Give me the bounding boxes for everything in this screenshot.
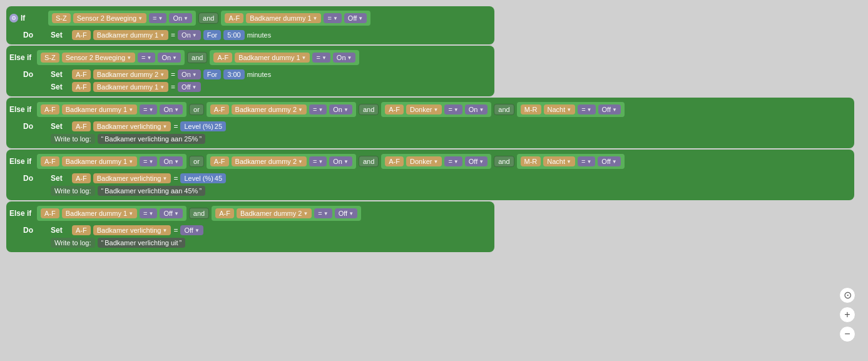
condition-bar-13: A-F Badkamer dummy 1 ▼ = ▼ Off ▼ — [37, 206, 186, 221]
do-label-4: Do — [23, 174, 48, 183]
zoom-in-button[interactable]: + — [839, 307, 855, 323]
cond11-eq[interactable]: = ▼ — [444, 156, 462, 166]
cond9-name[interactable]: Badkamer dummy 1 ▼ — [62, 156, 137, 166]
cond11-name[interactable]: Donker ▼ — [406, 156, 442, 166]
and-chip-5[interactable]: and — [359, 156, 379, 167]
cond11-val[interactable]: Off ▼ — [465, 156, 488, 166]
cond5-name[interactable]: Badkamer dummy 1 ▼ — [62, 104, 137, 114]
cond7-val[interactable]: On ▼ — [465, 104, 488, 114]
write-label-4: Write to log: — [51, 186, 95, 196]
cond13-val[interactable]: Off ▼ — [160, 208, 182, 218]
condition-bar-7: A-F Donker ▼ = ▼ On ▼ — [381, 102, 491, 117]
do4-name[interactable]: Badkamer verlichting ▼ — [93, 173, 171, 183]
log-msg-4[interactable]: “ Badkamer verlichting aan 45% ” — [98, 186, 206, 196]
else-if-label-5: Else if — [9, 209, 34, 218]
cond13-type: A-F — [41, 208, 59, 218]
cond12-val[interactable]: Off ▼ — [598, 156, 620, 166]
cond8-name[interactable]: Nacht ▼ — [544, 104, 576, 114]
zoom-reset-button[interactable]: ⊙ — [839, 287, 855, 303]
do2-name[interactable]: Badkamer dummy 2 ▼ — [93, 69, 168, 79]
or-chip-2[interactable]: or — [189, 156, 204, 167]
cond7-eq[interactable]: = ▼ — [444, 104, 462, 114]
do1-for[interactable]: 5:00 — [223, 30, 244, 40]
write-label-5: Write to log: — [51, 238, 95, 248]
cond13-eq[interactable]: = ▼ — [140, 208, 157, 218]
cond14-val[interactable]: Off ▼ — [335, 208, 357, 218]
cond6-val[interactable]: On ▼ — [329, 104, 352, 114]
do3-type: A-F — [72, 121, 91, 131]
and-chip-7[interactable]: and — [189, 208, 209, 219]
do3-name[interactable]: Badkamer verlichting ▼ — [93, 121, 171, 131]
cond10-name[interactable]: Badkamer dummy 2 ▼ — [232, 156, 307, 166]
and-chip-6[interactable]: and — [494, 156, 514, 167]
cond8-eq[interactable]: = ▼ — [578, 104, 595, 114]
condition-bar-14: A-F Badkamer dummy 2 ▼ = ▼ Off ▼ — [212, 206, 361, 221]
cond10-val[interactable]: On ▼ — [329, 156, 352, 166]
cond11-type: A-F — [385, 156, 404, 166]
cond3-eq[interactable]: = ▼ — [138, 53, 155, 63]
level-label-3[interactable]: Level (%) 25 — [180, 121, 226, 131]
do5-type: A-F — [72, 225, 91, 235]
cond13-name[interactable]: Badkamer dummy 1 ▼ — [62, 208, 137, 218]
condition-bar-11: A-F Donker ▼ = ▼ Off ▼ — [381, 154, 491, 169]
cond9-eq[interactable]: = ▼ — [140, 156, 157, 166]
cond2-name[interactable]: Badkamer dummy 1 ▼ — [246, 13, 321, 23]
zoom-out-button[interactable]: − — [839, 326, 855, 342]
do2b-val[interactable]: Off ▼ — [178, 82, 200, 92]
do2b-name[interactable]: Badkamer dummy 1 ▼ — [93, 82, 168, 92]
log-msg-5[interactable]: “ Badkamer verlichting uit ” — [98, 238, 186, 248]
cond1-name[interactable]: Sensor 2 Beweging ▼ — [73, 13, 146, 23]
cond2-eq[interactable]: = ▼ — [324, 13, 341, 23]
condition-bar-1: S-Z Sensor 2 Beweging ▼ = ▼ On ▼ — [48, 11, 196, 26]
cond6-eq[interactable]: = ▼ — [309, 104, 327, 114]
cond8-val[interactable]: Off ▼ — [598, 104, 621, 114]
cond10-eq[interactable]: = ▼ — [309, 156, 327, 166]
else-if-label-2: Else if — [9, 53, 34, 62]
cond14-name[interactable]: Badkamer dummy 2 ▼ — [237, 208, 312, 218]
cond5-val[interactable]: On ▼ — [160, 104, 183, 114]
do5-name[interactable]: Badkamer verlichting ▼ — [93, 225, 171, 235]
condition-bar-8: M-R Nacht ▼ = ▼ Off ▼ — [517, 102, 625, 117]
do2-type: A-F — [72, 69, 91, 79]
cond1-val[interactable]: On ▼ — [169, 13, 192, 23]
cond5-type: A-F — [41, 104, 59, 114]
cond3-name[interactable]: Sensor 2 Beweging ▼ — [62, 53, 135, 63]
cond3-type: S-Z — [41, 53, 59, 63]
for-label-2[interactable]: For — [203, 69, 222, 79]
gear-icon[interactable]: ⚙ — [9, 14, 18, 23]
cond4-eq[interactable]: = ▼ — [312, 53, 330, 63]
for-label-1[interactable]: For — [203, 30, 222, 40]
cond7-name[interactable]: Donker ▼ — [406, 104, 442, 114]
cond6-name[interactable]: Badkamer dummy 2 ▼ — [232, 104, 307, 114]
condition-bar-2: A-F Badkamer dummy 1 ▼ = ▼ Off ▼ — [221, 11, 370, 26]
do2-val[interactable]: On ▼ — [178, 69, 201, 79]
do1-name[interactable]: Badkamer dummy 1 ▼ — [93, 30, 168, 40]
and-chip-1[interactable]: and — [198, 13, 218, 24]
cond14-type: A-F — [215, 208, 234, 218]
level-label-4[interactable]: Level (%) 45 — [180, 173, 226, 183]
do1-val[interactable]: On ▼ — [178, 30, 201, 40]
cond2-val[interactable]: Off ▼ — [344, 13, 367, 23]
cond1-eq[interactable]: = ▼ — [149, 13, 166, 23]
do5-val[interactable]: Off ▼ — [180, 225, 203, 235]
minutes-2: minutes — [247, 71, 272, 78]
or-chip-1[interactable]: or — [189, 104, 204, 115]
do-label-5: Do — [23, 226, 48, 235]
cond5-eq[interactable]: = ▼ — [140, 104, 157, 114]
do4-type: A-F — [72, 173, 91, 183]
cond12-eq[interactable]: = ▼ — [578, 156, 595, 166]
cond10-type: A-F — [210, 156, 229, 166]
cond4-val[interactable]: On ▼ — [333, 53, 356, 63]
cond3-val[interactable]: On ▼ — [158, 53, 181, 63]
and-chip-3[interactable]: and — [359, 104, 379, 115]
do1-type: A-F — [72, 30, 91, 40]
cond12-name[interactable]: Nacht ▼ — [543, 156, 575, 166]
and-chip-4[interactable]: and — [494, 104, 514, 115]
condition-bar-9: A-F Badkamer dummy 1 ▼ = ▼ On ▼ — [37, 154, 186, 169]
do2-for[interactable]: 3:00 — [223, 69, 244, 79]
log-msg-3[interactable]: “ Badkamer verlichting aan 25% ” — [98, 134, 206, 144]
and-chip-2[interactable]: and — [187, 52, 207, 63]
cond14-eq[interactable]: = ▼ — [314, 208, 332, 218]
cond4-name[interactable]: Badkamer dummy 1 ▼ — [235, 53, 310, 63]
cond9-val[interactable]: On ▼ — [160, 156, 183, 166]
